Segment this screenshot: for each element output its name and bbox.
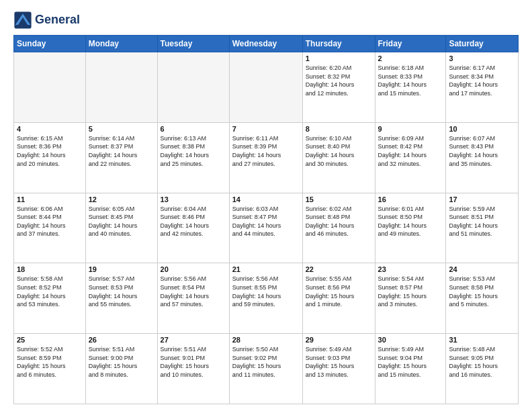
week-row-2: 11Sunrise: 6:06 AMSunset: 8:44 PMDayligh… — [14, 193, 519, 263]
day-info: Sunrise: 6:20 AMSunset: 8:32 PMDaylight:… — [306, 64, 372, 97]
day-cell-1: 1Sunrise: 6:20 AMSunset: 8:32 PMDaylight… — [302, 52, 375, 123]
day-info: Sunrise: 6:01 AMSunset: 8:50 PMDaylight:… — [378, 205, 443, 238]
day-info: Sunrise: 6:11 AMSunset: 8:39 PMDaylight:… — [232, 134, 300, 168]
day-number: 13 — [161, 195, 226, 203]
day-number: 26 — [89, 336, 154, 344]
day-info: Sunrise: 6:07 AMSunset: 8:43 PMDaylight:… — [449, 134, 515, 168]
day-cell-3: 3Sunrise: 6:17 AMSunset: 8:34 PMDaylight… — [446, 52, 519, 123]
day-number: 19 — [89, 265, 154, 273]
day-info: Sunrise: 5:49 AMSunset: 9:03 PMDaylight:… — [306, 345, 372, 379]
day-number: 9 — [378, 125, 443, 133]
day-number: 20 — [161, 265, 226, 273]
day-cell-27: 27Sunrise: 5:51 AMSunset: 9:01 PMDayligh… — [157, 334, 229, 404]
header-thursday: Thursday — [302, 36, 375, 52]
day-cell-15: 15Sunrise: 6:02 AMSunset: 8:48 PMDayligh… — [302, 193, 375, 263]
header-friday: Friday — [375, 36, 446, 52]
day-number: 14 — [232, 195, 300, 203]
day-info: Sunrise: 6:09 AMSunset: 8:42 PMDaylight:… — [378, 134, 443, 168]
day-number: 2 — [378, 54, 443, 62]
day-cell-11: 11Sunrise: 6:06 AMSunset: 8:44 PMDayligh… — [14, 193, 86, 263]
day-number: 24 — [449, 265, 515, 273]
day-cell-20: 20Sunrise: 5:56 AMSunset: 8:54 PMDayligh… — [157, 263, 229, 334]
day-info: Sunrise: 5:57 AMSunset: 8:53 PMDaylight:… — [89, 275, 154, 308]
day-cell-14: 14Sunrise: 6:03 AMSunset: 8:47 PMDayligh… — [229, 193, 302, 263]
day-number: 12 — [89, 195, 154, 203]
day-cell-9: 9Sunrise: 6:09 AMSunset: 8:42 PMDaylight… — [375, 122, 446, 193]
weekday-header-row: Sunday Monday Tuesday Wednesday Thursday… — [14, 36, 519, 52]
day-number: 25 — [17, 336, 83, 344]
day-cell-empty-0-3 — [229, 52, 302, 123]
day-cell-30: 30Sunrise: 5:49 AMSunset: 9:04 PMDayligh… — [375, 334, 446, 404]
day-info: Sunrise: 5:49 AMSunset: 9:04 PMDaylight:… — [378, 345, 443, 379]
day-number: 8 — [306, 125, 372, 133]
day-cell-19: 19Sunrise: 5:57 AMSunset: 8:53 PMDayligh… — [85, 263, 157, 334]
day-number: 28 — [232, 336, 300, 344]
day-info: Sunrise: 5:55 AMSunset: 8:56 PMDaylight:… — [306, 275, 372, 308]
day-number: 1 — [306, 54, 372, 62]
day-cell-16: 16Sunrise: 6:01 AMSunset: 8:50 PMDayligh… — [375, 193, 446, 263]
calendar-table: Sunday Monday Tuesday Wednesday Thursday… — [13, 35, 519, 404]
day-number: 22 — [306, 265, 372, 273]
day-number: 3 — [449, 54, 515, 62]
header-wednesday: Wednesday — [229, 36, 302, 52]
day-info: Sunrise: 6:10 AMSunset: 8:40 PMDaylight:… — [306, 134, 372, 168]
day-cell-5: 5Sunrise: 6:14 AMSunset: 8:37 PMDaylight… — [85, 122, 157, 193]
day-number: 27 — [161, 336, 226, 344]
week-row-4: 25Sunrise: 5:52 AMSunset: 8:59 PMDayligh… — [14, 334, 519, 404]
day-cell-empty-0-1 — [85, 52, 157, 123]
logo-text: General — [35, 13, 80, 27]
day-info: Sunrise: 6:05 AMSunset: 8:45 PMDaylight:… — [89, 205, 154, 238]
day-info: Sunrise: 5:59 AMSunset: 8:51 PMDaylight:… — [449, 205, 515, 238]
header-monday: Monday — [85, 36, 157, 52]
logo: General — [13, 11, 80, 30]
day-info: Sunrise: 6:17 AMSunset: 8:34 PMDaylight:… — [449, 64, 515, 97]
header-saturday: Saturday — [446, 36, 519, 52]
day-info: Sunrise: 6:18 AMSunset: 8:33 PMDaylight:… — [378, 64, 443, 97]
day-number: 29 — [306, 336, 372, 344]
logo-icon — [13, 11, 32, 30]
day-info: Sunrise: 6:04 AMSunset: 8:46 PMDaylight:… — [161, 205, 226, 238]
day-info: Sunrise: 6:13 AMSunset: 8:38 PMDaylight:… — [161, 134, 226, 168]
day-cell-4: 4Sunrise: 6:15 AMSunset: 8:36 PMDaylight… — [14, 122, 86, 193]
day-cell-empty-0-2 — [157, 52, 229, 123]
day-info: Sunrise: 5:53 AMSunset: 8:58 PMDaylight:… — [449, 275, 515, 308]
day-number: 16 — [378, 195, 443, 203]
day-cell-13: 13Sunrise: 6:04 AMSunset: 8:46 PMDayligh… — [157, 193, 229, 263]
day-cell-31: 31Sunrise: 5:48 AMSunset: 9:05 PMDayligh… — [446, 334, 519, 404]
day-info: Sunrise: 5:54 AMSunset: 8:57 PMDaylight:… — [378, 275, 443, 308]
day-info: Sunrise: 5:48 AMSunset: 9:05 PMDaylight:… — [449, 345, 515, 379]
day-number: 15 — [306, 195, 372, 203]
day-cell-28: 28Sunrise: 5:50 AMSunset: 9:02 PMDayligh… — [229, 334, 302, 404]
day-number: 17 — [449, 195, 515, 203]
week-row-3: 18Sunrise: 5:58 AMSunset: 8:52 PMDayligh… — [14, 263, 519, 334]
calendar-header: Sunday Monday Tuesday Wednesday Thursday… — [14, 36, 519, 52]
day-cell-25: 25Sunrise: 5:52 AMSunset: 8:59 PMDayligh… — [14, 334, 86, 404]
header-tuesday: Tuesday — [157, 36, 229, 52]
day-info: Sunrise: 5:52 AMSunset: 8:59 PMDaylight:… — [17, 345, 83, 379]
day-number: 6 — [161, 125, 226, 133]
day-number: 10 — [449, 125, 515, 133]
day-number: 23 — [378, 265, 443, 273]
page: General Sunday Monday Tuesday Wednesday … — [0, 0, 532, 411]
day-info: Sunrise: 6:02 AMSunset: 8:48 PMDaylight:… — [306, 205, 372, 238]
day-cell-10: 10Sunrise: 6:07 AMSunset: 8:43 PMDayligh… — [446, 122, 519, 193]
header-sunday: Sunday — [14, 36, 86, 52]
day-cell-12: 12Sunrise: 6:05 AMSunset: 8:45 PMDayligh… — [85, 193, 157, 263]
day-number: 31 — [449, 336, 515, 344]
day-cell-23: 23Sunrise: 5:54 AMSunset: 8:57 PMDayligh… — [375, 263, 446, 334]
day-cell-2: 2Sunrise: 6:18 AMSunset: 8:33 PMDaylight… — [375, 52, 446, 123]
day-cell-21: 21Sunrise: 5:56 AMSunset: 8:55 PMDayligh… — [229, 263, 302, 334]
day-info: Sunrise: 6:03 AMSunset: 8:47 PMDaylight:… — [232, 205, 300, 238]
day-info: Sunrise: 5:51 AMSunset: 9:00 PMDaylight:… — [89, 345, 154, 379]
week-row-1: 4Sunrise: 6:15 AMSunset: 8:36 PMDaylight… — [14, 122, 519, 193]
week-row-0: 1Sunrise: 6:20 AMSunset: 8:32 PMDaylight… — [14, 52, 519, 123]
day-info: Sunrise: 5:50 AMSunset: 9:02 PMDaylight:… — [232, 345, 300, 379]
day-number: 11 — [17, 195, 83, 203]
day-number: 21 — [232, 265, 300, 273]
day-cell-6: 6Sunrise: 6:13 AMSunset: 8:38 PMDaylight… — [157, 122, 229, 193]
day-info: Sunrise: 5:58 AMSunset: 8:52 PMDaylight:… — [17, 275, 83, 308]
day-cell-8: 8Sunrise: 6:10 AMSunset: 8:40 PMDaylight… — [302, 122, 375, 193]
day-cell-29: 29Sunrise: 5:49 AMSunset: 9:03 PMDayligh… — [302, 334, 375, 404]
calendar-body: 1Sunrise: 6:20 AMSunset: 8:32 PMDaylight… — [14, 52, 519, 404]
day-number: 5 — [89, 125, 154, 133]
